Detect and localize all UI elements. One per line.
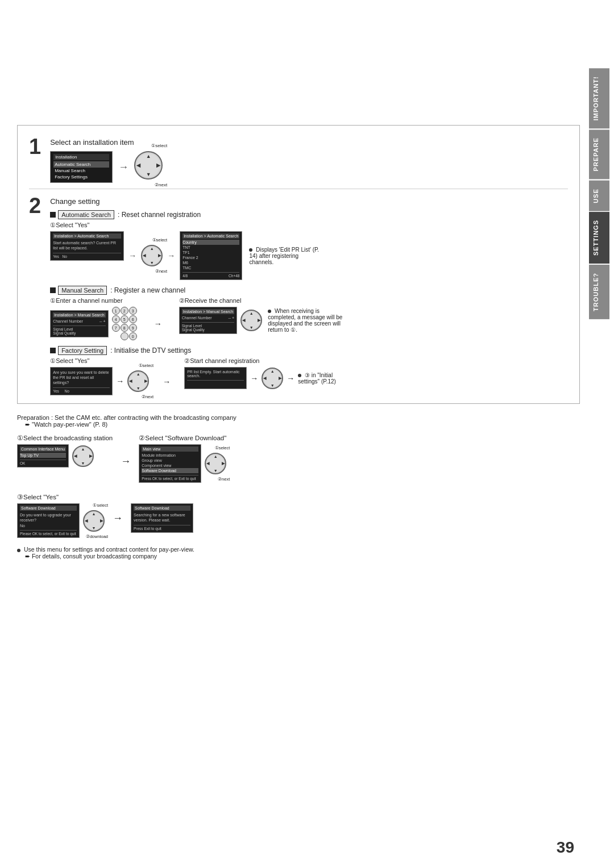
manual-receive-col: ②Receive the channel Installation > Manu… [179, 297, 348, 340]
auto-search-head: Automatic Search : Reset channel registr… [50, 210, 568, 219]
manual-info: When receiving is completed, a message w… [268, 308, 347, 333]
sidebar: IMPORTANT! PREPARE USE SETTINGS TROUBLE? [584, 0, 614, 868]
step2-section: 2 Change setting Automatic Search : Rese… [29, 195, 568, 395]
factory-dpad2-wrapper: ▲ ▼ ◀ ▶ [262, 368, 283, 389]
prep-dpad3-wrapper: ①select ▲ ▼ ◀ ▶ ②download [83, 510, 105, 532]
main-content: 1 Select an installation item Installati… [17, 125, 580, 834]
auto-dpad: ▲ ▼ ◀ ▶ [141, 245, 163, 266]
black-square-manual [50, 287, 56, 293]
prep-download-label: ②download [86, 534, 108, 539]
manual-dpad-wrapper: ▲ ▼ ◀ ▶ [240, 310, 262, 331]
prep-dpad1: ▲ ▼ ◀ ▶ [72, 445, 94, 467]
prep-step1-label: ①Select the broadcasting station [17, 434, 113, 442]
factory-info: ③ in "Initial settings" (P.12) [298, 372, 355, 385]
prep-step4-col: Software Download Searching for a new so… [131, 493, 193, 533]
black-square-auto [50, 212, 56, 218]
step1-section: 1 Select an installation item Installati… [29, 136, 568, 183]
prep-section: Preparation : Set the CAM etc. after con… [17, 414, 580, 560]
manual-arrow: → [154, 319, 162, 328]
prep-next-label: ②next [218, 477, 230, 482]
sidebar-tab-use: USE [589, 181, 609, 211]
manual-steps-row: ①Enter a channel number Installation > M… [50, 297, 568, 340]
sidebar-tab-trouble: TROUBLE? [589, 265, 609, 319]
step1-dpad-wrapper: ①select ▲ ▼ ◀ ▶ ②next [134, 151, 163, 180]
auto-next-label: ②next [155, 269, 167, 274]
prep-dpad2-wrapper: ①select ▲ ▼ ◀ ▶ ②next [205, 453, 226, 474]
factory-desc: : Initialise the DTV settings [110, 347, 191, 354]
auto-dpad-wrapper: ①select ▲ ▼ ◀ ▶ ②next [141, 245, 163, 266]
step2-number: 2 [29, 195, 41, 216]
prep-screen-station: Common Interface Menu Top Up TV OK [17, 444, 69, 468]
sidebar-tab-important: IMPORTANT! [589, 68, 609, 128]
step1-screen: Installation Automatic Search Manual Sea… [50, 151, 113, 183]
prep-step2-label: ②Select "Software Download" [139, 434, 226, 442]
factory-tag: Factory Setting [58, 346, 107, 355]
step1-select-label: ①select [151, 143, 167, 148]
auto-select-label: ①select [152, 237, 168, 243]
factory-dpad1-wrapper: ①select ▲ ▼ ◀ ▶ ②next [127, 370, 149, 392]
factory-row: ①Select "Yes" Are you sure you want to d… [50, 357, 568, 395]
prep-step1-col: ①Select the broadcasting station Common … [17, 434, 113, 468]
factory-dpad1: ▲ ▼ ◀ ▶ [127, 370, 149, 392]
auto-info: Displays 'Edit PR List' (P. 14) after re… [249, 247, 323, 265]
prep-note2: ➨ For details, consult your broadcasting… [25, 553, 580, 560]
prep-link: ➨ "Watch pay-per-view" (P. 8) [25, 421, 580, 428]
factory-next-label: ②next [142, 394, 154, 399]
step1-next-label: ②next [155, 182, 167, 187]
prep-step3-label: ③Select "Yes" [17, 493, 105, 501]
page-number: 39 [557, 838, 574, 857]
step1-label: Select an installation item [50, 136, 163, 147]
prep-screen-mainview: Main view Module information Group view … [139, 444, 201, 483]
factory-select-label: ①select [139, 363, 154, 368]
auto-search-desc: : Reset channel registration [118, 211, 201, 219]
prep-dpad3: ▲ ▼ ◀ ▶ [83, 510, 105, 532]
step1-arrow: → [118, 161, 128, 173]
manual-enter-col: ①Enter a channel number Installation > M… [50, 297, 137, 340]
prep-select-label2: ①select [93, 503, 108, 508]
factory-arrow-mid: → [163, 377, 171, 386]
factory-sub1-col: ①Select "Yes" Are you sure you want to d… [50, 357, 149, 395]
manual-screen2: Installation > Manual Search Channel Num… [179, 307, 238, 334]
factory-dpad2: ▲ ▼ ◀ ▶ [262, 368, 283, 389]
prep-select-label: ①select [215, 445, 230, 450]
prep-main-row: ①Select the broadcasting station Common … [17, 434, 580, 483]
sidebar-tab-prepare: PREPARE [589, 130, 609, 179]
prep-intro: Preparation : Set the CAM etc. after con… [17, 414, 580, 421]
auto-screen2: Installation > Automatic Search Country … [180, 231, 242, 280]
auto-search-tag: Automatic Search [58, 210, 114, 219]
prep-dpad2: ▲ ▼ ◀ ▶ [205, 453, 226, 474]
prep-arrow2: → [113, 512, 123, 524]
prep-screen-dl2: Software Download Searching for a new so… [131, 503, 193, 533]
instruction-box: 1 Select an installation item Installati… [17, 125, 580, 404]
prep-bottom-row: ③Select "Yes" Software Download Do you w… [17, 493, 580, 538]
prep-dpad1-wrapper: ▲ ▼ ◀ ▶ [72, 445, 94, 467]
manual-dpad: ▲ ▼ ◀ ▶ [240, 310, 262, 331]
prep-notes: Use this menu for settings and contract … [17, 546, 580, 560]
prep-step3-col: ③Select "Yes" Software Download Do you w… [17, 493, 105, 538]
factory-arrow3: → [287, 374, 294, 383]
factory-substep2: ②Start channel registration [184, 357, 355, 365]
auto-screen1: Installation > Automatic Search Start au… [50, 231, 124, 261]
prep-note1: Use this menu for settings and contract … [17, 546, 580, 553]
manual-substep2: ②Receive the channel [179, 297, 348, 304]
step1-number: 1 [29, 136, 41, 157]
factory-arrow1: → [116, 377, 124, 386]
factory-arrow2: → [250, 374, 258, 383]
step1-dpad: ▲ ▼ ◀ ▶ [134, 151, 163, 180]
auto-sub-step: ①Select "Yes" [50, 222, 568, 229]
factory-screen2: PR list Empty. Start automatic search. [184, 367, 247, 389]
step2-label: Change setting [50, 195, 568, 206]
factory-head: Factory Setting : Initialise the DTV set… [50, 346, 568, 355]
manual-search-head: Manual Search : Register a new channel [50, 286, 568, 295]
sidebar-tab-settings: SETTINGS [589, 212, 609, 264]
manual-search-tag: Manual Search [58, 286, 107, 295]
factory-screen1: Are you sure you want to delete the PR l… [50, 367, 113, 395]
prep-screen-dl1: Software Download Do you want to upgrade… [17, 503, 80, 538]
auto-arrow: → [128, 251, 136, 260]
numpad: 1 2 3 4 5 6 7 8 9 0 [112, 307, 137, 340]
auto-arrow2: → [167, 251, 175, 260]
prep-step2-col: ②Select "Software Download" Main view Mo… [139, 434, 226, 483]
black-square-factory [50, 348, 56, 353]
manual-substep1: ①Enter a channel number [50, 297, 137, 304]
manual-screen1: Installation > Manual Search Channel Num… [50, 310, 109, 337]
